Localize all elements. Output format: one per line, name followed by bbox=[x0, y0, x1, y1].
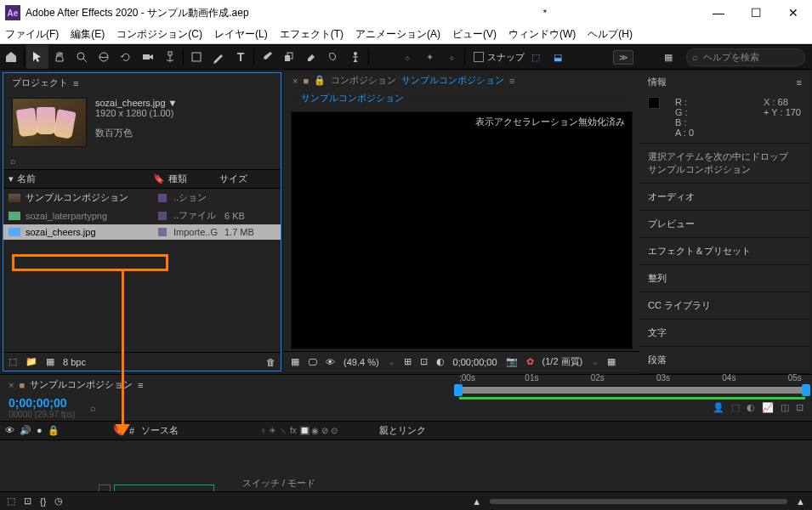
work-area-bar[interactable] bbox=[459, 387, 805, 394]
delete-icon[interactable]: 🗑 bbox=[266, 357, 275, 367]
asset-filename[interactable]: sozai_cheers.jpg ▼ bbox=[95, 98, 178, 108]
quality-dropdown[interactable]: (1/2 画質) bbox=[542, 355, 583, 368]
frame-blend-icon[interactable]: ⬚ bbox=[731, 402, 740, 413]
graph-editor-icon[interactable]: 📈 bbox=[762, 402, 774, 413]
align-panel[interactable]: 整列 bbox=[639, 265, 809, 292]
maximize-button[interactable]: ☐ bbox=[737, 0, 775, 26]
minimize-button[interactable]: — bbox=[700, 0, 737, 26]
switch-mode-toggle[interactable]: スイッチ / モード bbox=[242, 477, 315, 490]
close-tab-icon[interactable]: × bbox=[9, 380, 14, 390]
rectangle-tool-icon[interactable] bbox=[185, 45, 207, 69]
paragraph-panel[interactable]: 段落 bbox=[639, 347, 809, 374]
menu-help[interactable]: ヘルプ(H) bbox=[588, 27, 633, 42]
timeline-tab[interactable]: サンプルコンポジション bbox=[30, 378, 133, 391]
anchor-tool-icon[interactable] bbox=[159, 45, 181, 69]
current-time[interactable]: 0;00;00;00 bbox=[453, 357, 497, 367]
label-col-icon[interactable]: 🔖 bbox=[112, 425, 124, 436]
view-layout-icon[interactable]: ▦ bbox=[607, 356, 616, 367]
menu-file[interactable]: ファイル(F) bbox=[5, 27, 59, 42]
sort-icon[interactable]: ▾ bbox=[9, 173, 14, 184]
text-tool-icon[interactable]: T bbox=[230, 45, 252, 69]
resolution-icon[interactable]: 🖵 bbox=[308, 357, 317, 367]
flowchart-tab[interactable]: サンプルコンポジション bbox=[292, 90, 631, 106]
render-time-icon[interactable]: ◷ bbox=[54, 496, 63, 507]
video-col-icon[interactable]: 👁 bbox=[5, 425, 14, 436]
toggle-modes-icon[interactable]: ⊡ bbox=[24, 496, 31, 507]
puppet-tool-icon[interactable] bbox=[344, 45, 366, 69]
help-search[interactable]: ⌕ ヘルプを検索 bbox=[686, 48, 805, 66]
project-item[interactable]: sozai_laterpartypng ..ファイル 6 KB bbox=[3, 207, 281, 224]
menu-layer[interactable]: レイヤー(L) bbox=[214, 27, 268, 42]
zoom-level[interactable]: (49.4 %) bbox=[344, 357, 379, 367]
roto-tool-icon[interactable] bbox=[322, 45, 344, 69]
rotate-tool-icon[interactable] bbox=[115, 45, 137, 69]
menu-animation[interactable]: アニメーション(A) bbox=[355, 27, 440, 42]
character-panel[interactable]: 文字 bbox=[639, 320, 809, 347]
snap-options-icon[interactable]: ⬚ bbox=[525, 45, 547, 69]
workspace-icon[interactable]: ▦ bbox=[657, 45, 679, 69]
menu-window[interactable]: ウィンドウ(W) bbox=[508, 27, 576, 42]
menu-view[interactable]: ビュー(V) bbox=[452, 27, 497, 42]
interpret-icon[interactable]: ⬚ bbox=[9, 356, 17, 367]
home-icon[interactable] bbox=[0, 45, 22, 69]
close-button[interactable]: ✕ bbox=[775, 0, 812, 26]
project-item-selected[interactable]: sozai_cheers.jpg Importe..G 1.7 MB bbox=[3, 224, 281, 240]
selection-tool-icon[interactable] bbox=[26, 45, 48, 69]
audio-col-icon[interactable]: 🔊 bbox=[20, 425, 31, 436]
pen-tool-icon[interactable] bbox=[207, 45, 230, 69]
effects-panel[interactable]: エフェクト＆プリセット bbox=[639, 238, 809, 265]
bpc-toggle[interactable]: 8 bpc bbox=[63, 357, 86, 367]
eraser-tool-icon[interactable] bbox=[300, 45, 322, 69]
snap-toggle[interactable]: スナップ bbox=[474, 51, 525, 64]
panel-menu-icon[interactable]: ≡ bbox=[509, 76, 514, 86]
panel-menu-icon[interactable]: ≡ bbox=[797, 77, 801, 88]
folder-icon[interactable]: 📁 bbox=[26, 356, 37, 367]
tl-icon[interactable]: ⊡ bbox=[796, 402, 803, 413]
orbit-tool-icon[interactable] bbox=[93, 45, 115, 69]
local-axis-icon[interactable]: ⬦ bbox=[396, 45, 418, 69]
menu-edit[interactable]: 編集(E) bbox=[71, 27, 105, 42]
comp-name-link[interactable]: サンプルコンポジション bbox=[401, 74, 504, 87]
snapshot-icon[interactable]: 📷 bbox=[506, 356, 518, 367]
zoom-out-icon[interactable]: ▲ bbox=[472, 496, 481, 507]
timeline-search-icon[interactable]: ⌕ bbox=[90, 403, 96, 413]
camera-tool-icon[interactable] bbox=[137, 45, 159, 69]
world-axis-icon[interactable]: ✦ bbox=[418, 45, 440, 69]
close-tab-icon[interactable]: × bbox=[292, 76, 298, 86]
safe-zones-icon[interactable]: ⊞ bbox=[404, 356, 412, 367]
project-search-icon[interactable]: ⌕ bbox=[10, 156, 16, 166]
audio-panel[interactable]: オーディオ bbox=[639, 184, 809, 211]
lock-icon[interactable]: 🔒 bbox=[314, 75, 326, 86]
snap-edge-icon[interactable]: ⬓ bbox=[547, 45, 569, 69]
lock-col-icon[interactable]: 🔒 bbox=[48, 425, 60, 436]
zoom-in-icon[interactable]: ▲ bbox=[796, 496, 805, 507]
channel-icon[interactable]: ◐ bbox=[436, 356, 445, 367]
brush-tool-icon[interactable] bbox=[256, 45, 278, 69]
view-axis-icon[interactable]: ⬨ bbox=[440, 45, 463, 69]
new-comp-icon[interactable]: ▦ bbox=[46, 356, 54, 367]
motion-blur-icon[interactable]: ◐ bbox=[747, 402, 755, 413]
preview-panel[interactable]: プレビュー bbox=[639, 211, 809, 238]
time-ruler[interactable]: ;00s 01s 02s 03s 04s 05s bbox=[459, 373, 805, 387]
zoom-tool-icon[interactable] bbox=[71, 45, 93, 69]
toggle-in-out-icon[interactable]: {} bbox=[40, 496, 46, 507]
panel-menu-icon[interactable]: ≡ bbox=[138, 380, 142, 390]
toolbar-overflow[interactable]: ≫ bbox=[613, 50, 633, 65]
mask-icon[interactable]: 👁 bbox=[326, 357, 335, 367]
hand-tool-icon[interactable] bbox=[48, 45, 71, 69]
source-name-col[interactable]: ソース名 bbox=[141, 424, 260, 437]
shy-icon[interactable]: 👤 bbox=[713, 402, 724, 413]
cclib-panel[interactable]: CC ライブラリ bbox=[639, 292, 809, 320]
grid-icon[interactable]: ⊡ bbox=[420, 356, 428, 367]
timeline-timecode[interactable]: 0;00;00;00 bbox=[9, 396, 75, 410]
toggle-switches-icon[interactable]: ⬚ bbox=[7, 496, 15, 507]
composition-viewer[interactable]: 表示アクセラレーション無効化済み bbox=[291, 111, 633, 349]
timeline-zoom-slider[interactable] bbox=[490, 499, 787, 504]
project-item[interactable]: サンプルコンポジション ..ション bbox=[3, 189, 281, 207]
draft3d-icon[interactable]: ◫ bbox=[781, 402, 789, 413]
menu-composition[interactable]: コンポジション(C) bbox=[116, 27, 202, 42]
menu-effect[interactable]: エフェクト(T) bbox=[280, 27, 344, 42]
alpha-icon[interactable]: ▦ bbox=[291, 356, 299, 367]
clone-tool-icon[interactable] bbox=[278, 45, 300, 69]
solo-col-icon[interactable]: ● bbox=[37, 425, 43, 436]
